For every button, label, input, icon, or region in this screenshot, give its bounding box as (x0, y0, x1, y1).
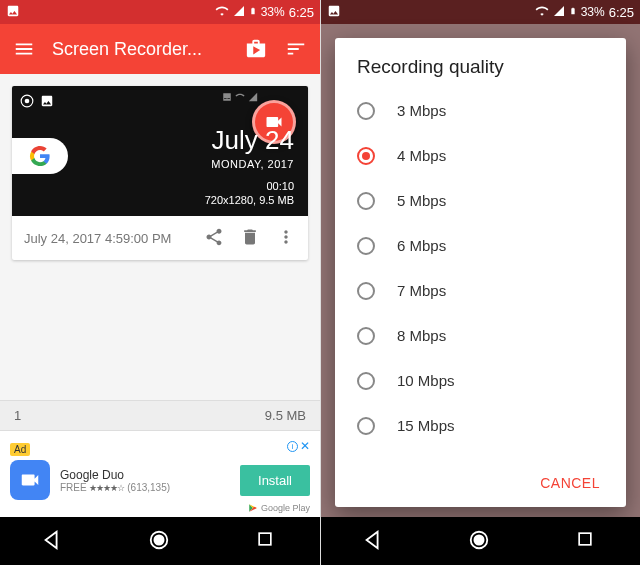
quality-option[interactable]: 15 Mbps (335, 403, 626, 448)
svg-rect-7 (579, 533, 591, 545)
quality-option[interactable]: 7 Mbps (335, 268, 626, 313)
mini-status (222, 92, 258, 102)
delete-icon[interactable] (240, 227, 260, 250)
svg-point-3 (154, 535, 163, 544)
battery-percent: 33% (261, 5, 285, 19)
svg-point-1 (25, 99, 30, 104)
ad-tag: Ad (10, 443, 30, 456)
radio-icon (357, 372, 375, 390)
phone-left: 33% 6:25 Screen Recorder... (0, 0, 320, 565)
wifi-icon (535, 4, 549, 21)
quality-option[interactable]: 6 Mbps (335, 223, 626, 268)
clock: 6:25 (289, 5, 314, 20)
options-list: 3 Mbps4 Mbps5 Mbps6 Mbps7 Mbps8 Mbps10 M… (335, 88, 626, 461)
image-icon (6, 4, 20, 21)
quality-dialog: Recording quality 3 Mbps4 Mbps5 Mbps6 Mb… (335, 38, 626, 507)
radio-icon (357, 192, 375, 210)
option-label: 15 Mbps (397, 417, 455, 434)
google-play-label: Google Play (248, 503, 310, 513)
recording-date: July 24 (205, 125, 294, 156)
quality-option[interactable]: 10 Mbps (335, 358, 626, 403)
menu-icon[interactable] (12, 37, 36, 61)
battery-icon (569, 4, 577, 21)
ad-info-icon[interactable]: i ✕ (287, 439, 310, 453)
card-footer: July 24, 2017 4:59:00 PM (12, 216, 308, 260)
total-size: 9.5 MB (265, 408, 306, 423)
recording-card[interactable]: July 24 MONDAY, 2017 00:10 720x1280, 9.5… (12, 86, 308, 260)
radio-icon (357, 147, 375, 165)
battery-percent: 33% (581, 5, 605, 19)
content: July 24 MONDAY, 2017 00:10 720x1280, 9.5… (0, 74, 320, 272)
radio-icon (357, 237, 375, 255)
status-bar: 33% 6:25 (321, 0, 640, 24)
option-label: 4 Mbps (397, 147, 446, 164)
image-icon (327, 4, 341, 21)
option-label: 8 Mbps (397, 327, 446, 344)
clock: 6:25 (609, 5, 634, 20)
radio-icon (357, 327, 375, 345)
back-button[interactable] (41, 529, 65, 553)
quality-option[interactable]: 3 Mbps (335, 88, 626, 133)
cancel-button[interactable]: CANCEL (530, 467, 610, 499)
recording-thumbnail[interactable]: July 24 MONDAY, 2017 00:10 720x1280, 9.5… (12, 86, 308, 216)
nav-bar (0, 517, 320, 565)
wifi-icon (215, 4, 229, 21)
quality-option[interactable]: 8 Mbps (335, 313, 626, 358)
ad-rating-count: (613,135) (127, 482, 170, 493)
recording-day: MONDAY, 2017 (205, 158, 294, 170)
nav-bar (321, 517, 640, 565)
radio-icon (357, 102, 375, 120)
image-icon (40, 94, 54, 112)
dialog-title: Recording quality (335, 56, 626, 88)
quality-option[interactable]: 4 Mbps (335, 133, 626, 178)
option-label: 5 Mbps (397, 192, 446, 209)
radio-icon (357, 282, 375, 300)
ad-banner[interactable]: Ad i ✕ Google Duo FREE ★★★★☆ (613,135) I… (0, 430, 320, 517)
option-label: 7 Mbps (397, 282, 446, 299)
recording-count: 1 (14, 408, 21, 423)
svg-rect-4 (259, 533, 271, 545)
recents-button[interactable] (575, 529, 599, 553)
google-chip (12, 138, 68, 174)
app-bar: Screen Recorder... (0, 24, 320, 74)
recording-timestamp: July 24, 2017 4:59:00 PM (24, 231, 188, 246)
share-icon[interactable] (204, 227, 224, 250)
home-button[interactable] (468, 529, 492, 553)
option-label: 3 Mbps (397, 102, 446, 119)
ad-app-name: Google Duo (60, 468, 230, 482)
app-title: Screen Recorder... (52, 39, 228, 60)
svg-point-6 (475, 535, 484, 544)
ad-price: FREE (60, 482, 87, 493)
ad-app-icon (10, 460, 50, 500)
recording-details: 720x1280, 9.5 MB (205, 194, 294, 206)
more-icon[interactable] (276, 227, 296, 250)
summary-bar: 1 9.5 MB (0, 400, 320, 430)
battery-icon (249, 4, 257, 21)
home-button[interactable] (148, 529, 172, 553)
recents-button[interactable] (255, 529, 279, 553)
signal-icon (553, 5, 565, 20)
shop-icon[interactable] (244, 37, 268, 61)
ad-stars: ★★★★☆ (89, 483, 124, 493)
option-label: 6 Mbps (397, 237, 446, 254)
radio-icon (357, 417, 375, 435)
install-button[interactable]: Install (240, 465, 310, 496)
signal-icon (233, 5, 245, 20)
recording-duration: 00:10 (205, 180, 294, 192)
quality-option[interactable]: 5 Mbps (335, 178, 626, 223)
status-bar: 33% 6:25 (0, 0, 320, 24)
record-icon (20, 94, 34, 112)
quality-option[interactable]: 20 Mbps (335, 448, 626, 461)
option-label: 10 Mbps (397, 372, 455, 389)
back-button[interactable] (362, 529, 386, 553)
filter-icon[interactable] (284, 37, 308, 61)
phone-right: 33% 6:25 Recording quality 3 Mbps4 Mbps5… (320, 0, 640, 565)
